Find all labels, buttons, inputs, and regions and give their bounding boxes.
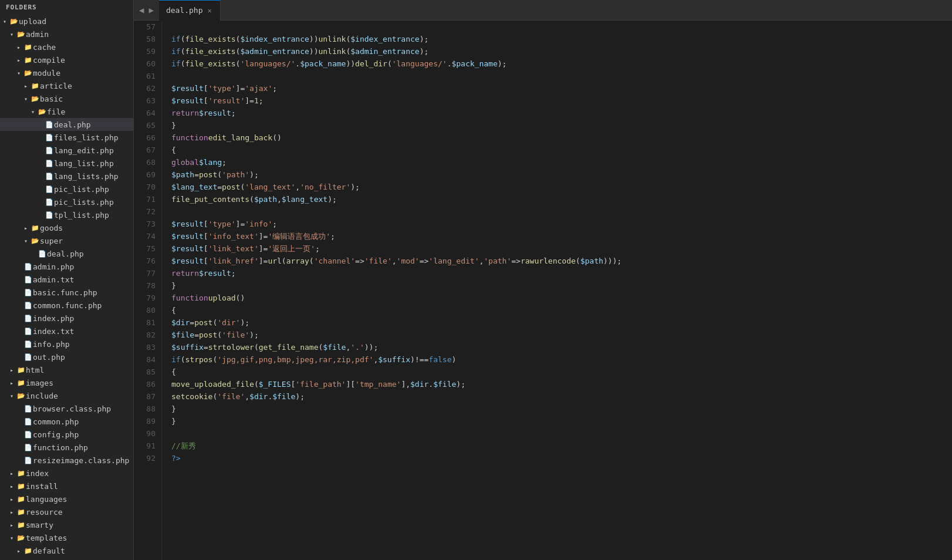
tree-item-admin[interactable]: ▾📂admin: [0, 28, 133, 41]
chevron-right-icon: ▸: [7, 367, 16, 373]
tree-item-label: deal.php: [47, 249, 84, 258]
tree-item-lang_list.php[interactable]: 📄lang_list.php: [0, 157, 133, 170]
tree-item-info.php[interactable]: 📄info.php: [0, 338, 133, 350]
tree-item-label: languages: [26, 495, 67, 504]
line-number-83: 83: [140, 341, 156, 353]
folder-closed-icon: 📁: [16, 483, 26, 490]
folder-closed-icon: 📁: [16, 470, 26, 477]
tree-item-admin.php[interactable]: 📄admin.php: [0, 260, 133, 273]
tree-item-lang_lists.php[interactable]: 📄lang_lists.php: [0, 170, 133, 183]
line-number-63: 63: [140, 95, 156, 107]
tree-item-label: common.php: [33, 417, 79, 426]
tree-item-super[interactable]: ▾📂super: [0, 234, 133, 247]
tab-close-button[interactable]: ✕: [207, 6, 213, 15]
tree-item-super-deal.php[interactable]: 📄deal.php: [0, 247, 133, 260]
tree-item-label: browser.class.php: [33, 404, 111, 413]
tree-item-resizeimage.class.php[interactable]: 📄resizeimage.class.php: [0, 454, 133, 467]
tree-item-label: function.php: [33, 443, 88, 452]
php-file-icon: 📄: [23, 302, 33, 309]
tree-item-languages[interactable]: ▸📁languages: [0, 492, 133, 505]
folder-open-icon: 📂: [16, 31, 26, 38]
tree-item-upload[interactable]: ▾📂upload: [0, 15, 133, 28]
tree-item-resource[interactable]: ▸📁resource: [0, 505, 133, 518]
tree-item-tpl_list.php[interactable]: 📄tpl_list.php: [0, 208, 133, 221]
nav-back-button[interactable]: ◀: [137, 4, 146, 16]
tree-item-deal.php[interactable]: 📄deal.php: [0, 118, 133, 131]
line-number-82: 82: [140, 329, 156, 341]
tree-item-images[interactable]: ▸📁images: [0, 376, 133, 389]
tree-item-out.php[interactable]: 📄out.php: [0, 350, 133, 363]
tree-item-label: install: [26, 482, 58, 491]
chevron-right-icon: ▸: [7, 522, 16, 528]
tree-item-file[interactable]: ▾📂file: [0, 105, 133, 118]
code-line-86: move_uploaded_file($_FILES['file_path'][…: [171, 378, 952, 390]
code-line-80: {: [171, 304, 952, 316]
php-file-icon: 📄: [23, 444, 33, 451]
code-line-64: return $result;: [171, 107, 952, 119]
tree-item-install[interactable]: ▸📁install: [0, 480, 133, 492]
chevron-down-icon: ▾: [7, 535, 16, 541]
tree-item-lang_edit.php[interactable]: 📄lang_edit.php: [0, 144, 133, 157]
code-container[interactable]: 5758596061626364656667686970717273747576…: [134, 21, 952, 560]
code-line-71: file_put_contents($path,$lang_text);: [171, 193, 952, 205]
line-number-73: 73: [140, 218, 156, 230]
tree-item-include[interactable]: ▾📂include: [0, 389, 133, 402]
tree-item-config.php[interactable]: 📄config.php: [0, 428, 133, 441]
tree-item-pic_lists.php[interactable]: 📄pic_lists.php: [0, 195, 133, 208]
code-content[interactable]: if(file_exists($index_entrance)) unlink(…: [162, 21, 952, 560]
tree-item-basic.func.php[interactable]: 📄basic.func.php: [0, 286, 133, 299]
tree-item-html[interactable]: ▸📁html: [0, 363, 133, 376]
tree-item-admin.txt[interactable]: 📄admin.txt: [0, 273, 133, 286]
tree-item-label: basic.func.php: [33, 288, 97, 297]
tree-item-cache[interactable]: ▸📁cache: [0, 41, 133, 53]
tree-item-common.func.php[interactable]: 📄common.func.php: [0, 299, 133, 312]
folder-closed-icon: 📁: [31, 82, 40, 90]
nav-forward-button[interactable]: ▶: [147, 4, 155, 16]
sidebar: FOLDERS ▾📂upload▾📂admin▸📁cache▸📁compile▾…: [0, 0, 134, 560]
tree-item-pic_list.php[interactable]: 📄pic_list.php: [0, 183, 133, 195]
chevron-down-icon: ▾: [7, 393, 16, 399]
tree-item-smarty[interactable]: ▸📁smarty: [0, 518, 133, 531]
tree-item-label: cache: [33, 43, 56, 52]
folder-open-icon: 📂: [38, 108, 47, 116]
folder-open-icon: 📂: [16, 534, 26, 542]
tree-item-label: resizeimage.class.php: [33, 456, 129, 465]
tree-item-compile[interactable]: ▸📁compile: [0, 53, 133, 66]
tree-item-label: files_list.php: [54, 133, 119, 142]
tab-deal-php[interactable]: deal.php ✕: [159, 0, 221, 21]
tree-item-browser.class.php[interactable]: 📄browser.class.php: [0, 402, 133, 415]
line-number-67: 67: [140, 144, 156, 156]
line-number-90: 90: [140, 427, 156, 440]
chevron-right-icon: ▸: [7, 470, 16, 477]
tree-item-files_list.php[interactable]: 📄files_list.php: [0, 131, 133, 144]
tree-item-default[interactable]: ▸📁default: [0, 544, 133, 557]
tree-item-common.php[interactable]: 📄common.php: [0, 415, 133, 428]
tree-item-index-root[interactable]: ▸📁index: [0, 467, 133, 480]
chevron-right-icon: ▸: [7, 509, 16, 515]
tree-item-label: index.php: [33, 314, 74, 323]
code-line-70: $lang_text = post('lang_text','no_filter…: [171, 181, 952, 193]
chevron-down-icon: ▾: [21, 238, 31, 244]
line-number-59: 59: [140, 45, 156, 58]
tree-item-label: templates: [26, 534, 67, 542]
tree-item-module[interactable]: ▾📂module: [0, 66, 133, 79]
line-number-87: 87: [140, 390, 156, 403]
code-line-68: global $lang;: [171, 156, 952, 168]
tree-item-label: goods: [40, 224, 63, 232]
php-file-icon: 📄: [23, 457, 33, 464]
tree-item-index.txt[interactable]: 📄index.txt: [0, 325, 133, 338]
tree-item-article[interactable]: ▸📁article: [0, 79, 133, 92]
php-file-icon: 📄: [23, 431, 33, 438]
tree-item-goods[interactable]: ▸📁goods: [0, 221, 133, 234]
tree-item-templates[interactable]: ▾📂templates: [0, 531, 133, 544]
tree-item-basic[interactable]: ▾📂basic: [0, 92, 133, 105]
tree-item-function.php[interactable]: 📄function.php: [0, 441, 133, 454]
code-line-65: }: [171, 119, 952, 131]
tree-item-admin-tpl.php[interactable]: 📄admin.php: [0, 557, 133, 560]
tree-item-label: admin.txt: [33, 275, 74, 284]
line-number-78: 78: [140, 279, 156, 292]
line-numbers: 5758596061626364656667686970717273747576…: [134, 21, 162, 560]
tree-item-index.php[interactable]: 📄index.php: [0, 312, 133, 325]
chevron-right-icon: ▸: [14, 548, 23, 554]
code-line-72: [171, 205, 952, 218]
